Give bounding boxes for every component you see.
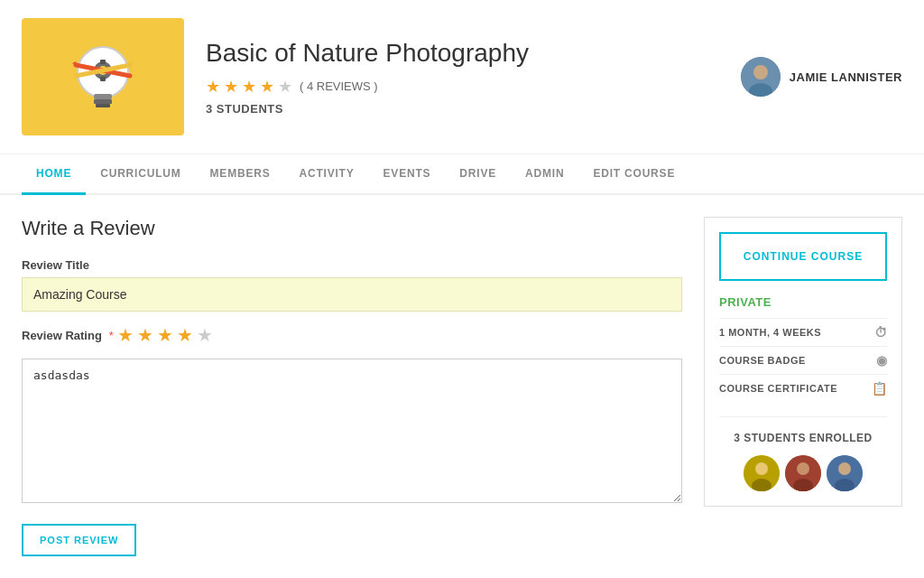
review-title-label: Review Title [22,258,682,272]
tab-activity[interactable]: ACTIVITY [284,154,368,195]
continue-course-button[interactable]: CONTINUE COURSE [719,232,887,281]
reviews-count: ( 4 REVIEWS ) [300,79,378,93]
enrolled-avatar-2 [785,455,821,491]
private-item-certificate: COURSE CERTIFICATE 📋 [719,374,887,402]
clock-icon: ⏱ [874,325,888,340]
main-content: Write a Review Review Title Review Ratin… [0,195,924,578]
star-3: ★ [242,77,256,97]
tab-admin[interactable]: ADMIN [511,154,578,195]
badge-icon: ◉ [876,353,888,368]
post-review-button[interactable]: POST REVIEW [22,524,136,556]
tab-members[interactable]: MEMBERS [196,154,285,195]
review-body-textarea[interactable]: asdasdas [22,359,682,503]
tab-events[interactable]: EVENTS [369,154,446,195]
tab-home[interactable]: HOME [22,154,86,195]
right-card: CONTINUE COURSE PRIVATE 1 MONTH, 4 WEEKS… [704,217,902,507]
star-1: ★ [206,77,220,97]
star-4: ★ [260,77,274,97]
user-name: JAMIE LANNISTER [790,70,902,84]
course-info: Basic of Nature Photography ★ ★ ★ ★ ★ ( … [206,39,719,116]
tab-drive[interactable]: DRIVE [445,154,511,195]
svg-point-18 [755,462,768,475]
review-title-input[interactable] [22,277,682,312]
star-5: ★ [278,77,292,97]
avatar [741,57,781,97]
certificate-icon: 📋 [872,381,888,396]
svg-point-21 [797,462,809,475]
svg-point-24 [838,462,851,475]
course-header: Basic of Nature Photography ★ ★ ★ ★ ★ ( … [0,0,924,154]
svg-rect-6 [100,60,106,64]
students-count: 3 STUDENTS [206,102,719,116]
tab-curriculum[interactable]: CURRICULUM [86,154,195,195]
enrolled-avatar-1 [744,455,780,491]
enrolled-avatar-3 [827,455,863,491]
rating-star-1[interactable]: ★ [117,324,134,346]
rating-star-5[interactable]: ★ [197,324,213,346]
duration-label: 1 MONTH, 4 WEEKS [719,327,821,338]
rating-star-4[interactable]: ★ [177,324,193,346]
rating-star-3[interactable]: ★ [157,324,173,346]
rating-row: Review Rating * ★ ★ ★ ★ ★ [22,324,682,346]
nav-tabs: HOME CURRICULUM MEMBERS ACTIVITY EVENTS … [0,154,924,195]
user-info: JAMIE LANNISTER [741,57,902,97]
write-review-title: Write a Review [22,217,682,240]
left-panel: Write a Review Review Title Review Ratin… [22,217,682,556]
svg-rect-7 [100,77,106,81]
svg-rect-2 [94,99,112,104]
svg-rect-3 [96,104,110,107]
rating-label: Review Rating [22,329,102,342]
svg-point-15 [753,65,768,79]
enrolled-title: 3 STUDENTS ENROLLED [719,432,887,444]
private-section: PRIVATE 1 MONTH, 4 WEEKS ⏱ COURSE BADGE … [719,295,887,402]
right-panel: CONTINUE COURSE PRIVATE 1 MONTH, 4 WEEKS… [704,217,902,556]
certificate-label: COURSE CERTIFICATE [719,383,837,394]
private-item-duration: 1 MONTH, 4 WEEKS ⏱ [719,318,887,346]
rating-star-2[interactable]: ★ [137,324,153,346]
svg-rect-1 [94,94,112,99]
star-2: ★ [224,77,238,97]
enrolled-avatars [719,455,887,491]
course-thumbnail [22,18,184,135]
badge-label: COURSE BADGE [719,355,806,366]
enrolled-section: 3 STUDENTS ENROLLED [719,416,887,491]
course-stars: ★ ★ ★ ★ ★ ( 4 REVIEWS ) [206,77,719,97]
course-title: Basic of Nature Photography [206,39,719,68]
private-item-badge: COURSE BADGE ◉ [719,346,887,374]
tab-edit-course[interactable]: EDIT COURSE [578,154,689,195]
rating-required: * [109,329,114,342]
private-label: PRIVATE [719,295,887,309]
